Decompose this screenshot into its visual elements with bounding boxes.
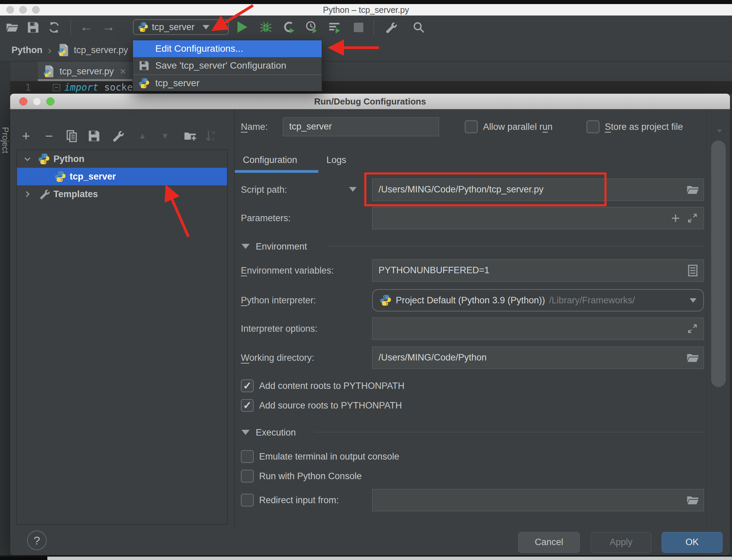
chevron-right-icon[interactable] <box>23 190 32 199</box>
forward-icon[interactable]: → <box>102 18 115 36</box>
chevron-down-icon[interactable] <box>349 187 357 192</box>
run-with-python-console-checkbox[interactable] <box>241 470 254 483</box>
help-button[interactable]: ? <box>27 531 47 550</box>
editor-tab[interactable]: tcp_server.py × <box>38 62 133 81</box>
store-as-project-file-checkbox[interactable] <box>587 120 599 133</box>
menu-item-save-configuration[interactable]: Save 'tcp_server' Configuration <box>133 57 322 74</box>
move-down-icon[interactable]: ▼ <box>158 129 172 143</box>
redirect-input-checkbox[interactable] <box>241 494 254 507</box>
toolbar-separator <box>70 20 71 35</box>
active-tab-underline <box>235 170 318 173</box>
tree-item-tcp-server-selected[interactable]: tcp_server <box>17 168 227 185</box>
parameters-input[interactable]: + <box>372 207 704 229</box>
python-logo-icon <box>38 153 50 165</box>
tab-configuration[interactable]: Configuration <box>243 153 297 167</box>
name-input[interactable]: tcp_server <box>283 117 439 136</box>
project-tool-button[interactable]: Project <box>0 117 10 164</box>
run-configuration-selector[interactable]: tcp_server <box>133 19 229 35</box>
emulate-terminal-checkbox[interactable] <box>241 450 254 463</box>
interpreter-value: Project Default (Python 3.9 (Python)) <box>396 295 545 306</box>
browse-folder-icon[interactable] <box>686 493 700 507</box>
tree-item-python-group[interactable]: Python <box>17 150 227 168</box>
breadcrumb-file[interactable]: tcp_server.py <box>74 45 128 55</box>
back-icon[interactable]: ← <box>80 18 93 36</box>
working-directory-value: /Users/MING/Code/Python <box>379 352 487 363</box>
profile-icon[interactable] <box>305 21 319 34</box>
redirect-input-label: Redirect input from: <box>259 494 339 507</box>
working-directory-input[interactable]: /Users/MING/Code/Python <box>372 347 704 369</box>
code-keyword: import <box>64 82 98 93</box>
main-toolbar: ← → tcp_server <box>0 16 732 39</box>
scrollbar-track-border <box>706 109 707 528</box>
scrollbar-thumb[interactable] <box>711 140 726 387</box>
store-as-project-file-label: Store as project file <box>605 120 683 133</box>
stop-icon[interactable] <box>354 23 363 32</box>
allow-parallel-run-checkbox[interactable] <box>465 120 478 133</box>
dialog-title: Run/Debug Configurations <box>10 94 730 109</box>
fold-marker-icon[interactable]: − <box>53 84 60 91</box>
environment-variables-label: Environment variables: <box>241 259 334 282</box>
working-directory-label: Working directory: <box>241 347 314 369</box>
editor-code-line[interactable]: 1 − import socket <box>10 81 732 94</box>
menu-item-label: Save 'tcp_server' Configuration <box>155 60 286 71</box>
run-with-python-console-label: Run with Python Console <box>259 470 362 483</box>
debug-icon[interactable] <box>259 21 273 34</box>
ok-button[interactable]: OK <box>662 532 723 553</box>
run-configuration-name: tcp_server <box>152 22 195 32</box>
sync-icon[interactable] <box>47 21 61 34</box>
environment-section-title[interactable]: Environment <box>256 239 307 254</box>
insert-macro-icon[interactable]: + <box>671 210 680 226</box>
python-file-icon <box>57 43 70 57</box>
tree-item-templates[interactable]: Templates <box>17 185 227 203</box>
window-title: Python – tcp_server.py <box>0 4 732 16</box>
cancel-button[interactable]: Cancel <box>518 532 580 553</box>
dialog-titlebar: Run/Debug Configurations <box>10 94 730 109</box>
copy-configuration-icon[interactable] <box>65 129 78 143</box>
script-path-label: Script path: <box>241 179 287 201</box>
add-content-roots-label: Add content roots to PYTHONPATH <box>259 379 405 392</box>
python-file-icon <box>43 65 55 78</box>
browse-folder-icon[interactable] <box>686 183 700 196</box>
environment-variables-input[interactable]: PYTHONUNBUFFERED=1 <box>372 259 704 282</box>
redirect-input-field[interactable] <box>372 489 704 511</box>
remove-configuration-button[interactable]: − <box>42 129 56 143</box>
menu-item-edit-configurations[interactable]: Edit Configurations... <box>133 40 322 57</box>
script-path-input[interactable]: /Users/MING/Code/Python/tcp_server.py <box>372 179 704 201</box>
run-with-coverage-icon[interactable] <box>282 21 296 34</box>
wrench-icon[interactable] <box>384 21 397 34</box>
close-icon[interactable]: × <box>120 66 126 76</box>
execution-section-title[interactable]: Execution <box>256 425 296 440</box>
open-folder-icon[interactable] <box>5 21 19 34</box>
python-interpreter-select[interactable]: Project Default (Python 3.9 (Python)) /L… <box>372 289 704 311</box>
tab-logs[interactable]: Logs <box>326 153 346 167</box>
create-folder-icon[interactable] <box>183 129 197 143</box>
browse-folder-icon[interactable] <box>686 351 700 365</box>
expand-icon[interactable] <box>687 212 698 224</box>
run-list-icon[interactable] <box>328 21 342 34</box>
python-logo-icon <box>138 22 148 32</box>
screen-bottom-dark <box>0 557 47 560</box>
chevron-down-icon[interactable] <box>23 155 32 163</box>
add-content-roots-checkbox[interactable]: ✓ <box>241 379 254 392</box>
run-icon[interactable] <box>237 21 247 33</box>
interpreter-options-input[interactable] <box>372 318 704 340</box>
add-source-roots-checkbox[interactable]: ✓ <box>241 399 254 412</box>
section-collapse-icon[interactable] <box>242 430 250 435</box>
save-all-icon[interactable] <box>26 21 40 34</box>
save-configuration-icon[interactable] <box>87 129 101 143</box>
breadcrumb-project[interactable]: Python <box>12 45 43 55</box>
interpreter-options-label: Interpreter options: <box>241 318 318 340</box>
move-up-icon[interactable]: ▲ <box>136 129 149 143</box>
apply-button[interactable]: Apply <box>591 532 651 553</box>
screen: Python – tcp_server.py ← → tcp_server Py… <box>0 0 732 560</box>
edit-templates-icon[interactable] <box>111 129 124 143</box>
browse-variables-icon[interactable] <box>686 264 700 277</box>
section-collapse-icon[interactable] <box>242 244 250 249</box>
menu-item-tcp-server[interactable]: tcp_server <box>133 75 322 91</box>
search-icon[interactable] <box>412 21 426 34</box>
expand-icon[interactable] <box>687 323 698 334</box>
add-configuration-button[interactable]: + <box>19 129 33 143</box>
sort-configurations-icon[interactable] <box>204 129 218 143</box>
chevron-down-icon <box>717 130 722 133</box>
screen-bottom-strip <box>47 557 732 560</box>
